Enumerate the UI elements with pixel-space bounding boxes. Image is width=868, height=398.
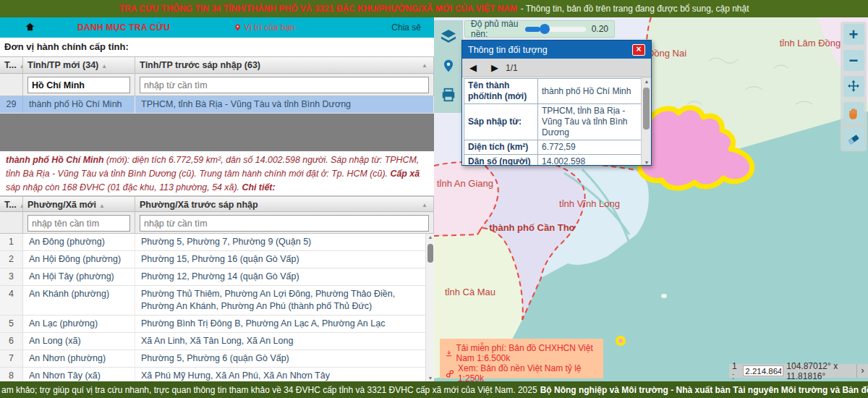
table-row[interactable]: 7 An Nhơn (phường) Phường 5, Phường 6 (q… xyxy=(0,350,434,368)
selected-island-con-dao[interactable] xyxy=(617,337,624,344)
scroll-up-icon[interactable]: ▲ xyxy=(642,79,651,84)
scrollbar-thumb[interactable] xyxy=(427,244,433,263)
left-panel: Đơn vị hành chính cấp tỉnh: T...▲ Tỉnh/T… xyxy=(0,38,434,381)
link-icon xyxy=(446,369,454,378)
table-row[interactable]: 1 An Đông (phường) Phường 5, Phường 7, P… xyxy=(0,234,434,251)
opacity-slider-handle[interactable] xyxy=(540,24,550,34)
table-row[interactable]: 8 An Nhơn Tây (xã) Xã Phú Mỹ Hưng, Xã An… xyxy=(0,368,434,381)
location-marker-button[interactable] xyxy=(439,56,458,75)
footer-publisher: Bộ Nông nghiệp và Môi trường - Nhà xuất … xyxy=(540,385,868,395)
share-button[interactable]: Chia sẻ xyxy=(391,22,421,33)
map-canvas[interactable]: tỉnh Lâm Đồng Đồng Nai tỉnh An Giang tỉn… xyxy=(434,17,868,381)
column-header-index[interactable]: T...▲ xyxy=(0,197,23,211)
popup-title: Thông tin đối tượng xyxy=(468,45,548,55)
feature-info-popup: Thông tin đối tượng × ◀ ▶ 1/1 Tên thành … xyxy=(461,40,652,166)
home-icon xyxy=(25,22,35,32)
map-controls: + − xyxy=(841,22,867,151)
view-basemap-link[interactable]: Xem: Bản đồ nền Việt Nam tỷ lệ 1:250k xyxy=(446,363,597,381)
popup-attribute-row: Dân số (người) 14.002.598 xyxy=(464,155,642,166)
pan-button[interactable] xyxy=(843,76,864,97)
nav-item-location[interactable]: Vị trí của bạn xyxy=(234,22,295,33)
eraser-icon xyxy=(846,132,861,146)
scroll-down-icon[interactable]: ▼ xyxy=(426,376,434,381)
scale-input[interactable] xyxy=(743,365,783,376)
column-header-old-province[interactable]: Tỉnh/TP trước sáp nhập (63)▲ xyxy=(135,57,434,73)
ward-old-filter-input[interactable] xyxy=(140,215,429,232)
zoom-in-button[interactable]: + xyxy=(843,24,864,45)
nav-item-danh-muc[interactable]: DANH MỤC TRA CỨU xyxy=(77,22,170,33)
layers-icon xyxy=(440,28,457,46)
map-label-vinh-long: tỉnh Vĩnh Long xyxy=(559,198,620,209)
pager-next-button[interactable]: ▶ xyxy=(484,62,506,73)
pan-arrows-icon xyxy=(846,80,861,94)
download-free-link[interactable]: Tải miễn phí: Bản đồ CHXHCN Việt Nam 1:6… xyxy=(446,343,597,363)
province-old-filter-input[interactable] xyxy=(140,77,429,93)
app-window: TRA CỨU THÔNG TIN 34 TỈNH/THÀNH PHỐ VÀ 3… xyxy=(0,0,868,398)
opacity-slider-track[interactable] xyxy=(525,27,586,32)
map-label-ca-mau: tỉnh Cà Mau xyxy=(445,287,495,297)
ward-rows: 1 An Đông (phường) Phường 5, Phường 7, P… xyxy=(0,234,434,381)
opacity-slider-value: 0.20 xyxy=(592,24,608,34)
popup-attribute-row: Sáp nhập từ: TPHCM, tỉnh Bà Rịa - Vũng T… xyxy=(464,104,642,140)
ward-table: T...▲ Phường/Xã mới▲ Phường/Xã trước sáp… xyxy=(0,195,434,381)
download-icon xyxy=(446,349,453,358)
popup-scrollbar[interactable]: ▲ ▼ xyxy=(641,77,651,166)
footer-text: am khảo; trợ giúp quí vị tra cứu nhanh, … xyxy=(1,385,537,395)
column-header-new-province[interactable]: Tỉnh/TP mới (34)▲ xyxy=(23,57,135,73)
popup-pager: ◀ ▶ 1/1 xyxy=(462,59,651,77)
pager-count: 1/1 xyxy=(506,63,518,73)
province-table-header: T...▲ Tỉnh/TP mới (34)▲ Tỉnh/TP trước sá… xyxy=(0,56,434,74)
scroll-up-icon[interactable]: ▲ xyxy=(426,234,434,240)
column-header-new-ward[interactable]: Phường/Xã mới▲ xyxy=(23,197,135,211)
popup-body: Tên thành phố/tỉnh (mới) thành phố Hồ Ch… xyxy=(462,77,651,166)
popup-header[interactable]: Thông tin đối tượng × xyxy=(462,41,651,59)
table-row[interactable]: 4 An Khánh (phường) Phường Thủ Thiêm, Ph… xyxy=(0,286,434,316)
sort-icon: ▲ xyxy=(422,62,427,69)
opacity-slider-fill xyxy=(525,27,541,32)
cursor-coordinates: 104.87012° x 11.81816° xyxy=(786,361,865,381)
scale-prefix: 1 : xyxy=(732,361,740,381)
layers-button[interactable] xyxy=(439,27,458,46)
column-header-old-ward[interactable]: Phường/Xã trước sáp nhập▲ xyxy=(135,197,434,211)
close-button[interactable]: × xyxy=(632,44,645,56)
download-links-box: Tải miễn phí: Bản đồ CHXHCN Việt Nam 1:6… xyxy=(440,339,603,378)
hand-tool-button[interactable] xyxy=(843,102,864,123)
table-row[interactable]: 5 An Lạc (phường) Phường Bình Trị Đông B… xyxy=(0,316,434,333)
eraser-button[interactable] xyxy=(843,128,864,149)
location-pin-icon xyxy=(442,58,455,74)
table-row[interactable]: 2 An Hội Đông (phường) Phường 15, Phường… xyxy=(0,251,434,268)
page-subtitle: - Thông tin, bản đồ trên trang đang được… xyxy=(521,4,749,14)
printer-icon xyxy=(440,87,457,103)
province-new-filter-input[interactable] xyxy=(27,77,130,93)
scroll-down-icon[interactable]: ▼ xyxy=(642,160,651,165)
table-row[interactable]: 3 An Hội Tây (phường) Phường 12, Phường … xyxy=(0,268,434,286)
opacity-slider-label: Độ phủ màu nền: xyxy=(471,19,519,39)
home-button[interactable] xyxy=(25,22,35,34)
ward-filter-row xyxy=(0,212,434,234)
map-label-lam-dong: tỉnh Lâm Đồng xyxy=(780,38,841,48)
basemap-opacity-control: Độ phủ màu nền: 0.20 xyxy=(464,20,615,38)
sort-icon: ▲ xyxy=(99,203,105,209)
zoom-out-button[interactable]: − xyxy=(843,50,864,71)
print-button[interactable] xyxy=(439,85,458,104)
column-header-index[interactable]: T...▲ xyxy=(0,57,23,73)
province-table: T...▲ Tỉnh/TP mới (34)▲ Tỉnh/TP trước sá… xyxy=(0,56,434,151)
ward-table-scrollbar[interactable]: ▲ ▼ xyxy=(425,234,434,381)
page-title: TRA CỨU THÔNG TIN 34 TỈNH/THÀNH PHỐ VÀ 3… xyxy=(119,4,516,14)
ward-new-filter-input[interactable] xyxy=(27,215,130,232)
map-tool-strip xyxy=(434,20,463,113)
province-row-selected[interactable]: 29 thành phố Hồ Chí Minh TPHCM, tỉnh Bà … xyxy=(0,96,434,114)
sort-icon: ▲ xyxy=(422,202,427,208)
map-label-an-giang: tỉnh An Giang xyxy=(437,178,493,189)
pager-prev-button[interactable]: ◀ xyxy=(462,62,484,73)
scrollbar-thumb[interactable] xyxy=(643,88,650,130)
popup-attribute-rows: Tên thành phố/tỉnh (mới) thành phố Hồ Ch… xyxy=(464,79,642,166)
scalebar-expand-button[interactable]: › xyxy=(856,364,868,378)
footer-bar: am khảo; trợ giúp quí vị tra cứu nhanh, … xyxy=(0,381,868,398)
table-row[interactable]: 6 An Long (xã) Xã An Linh, Xã Tân Long, … xyxy=(0,333,434,350)
top-bar: TRA CỨU THÔNG TIN 34 TỈNH/THÀNH PHỐ VÀ 3… xyxy=(0,0,868,17)
nav-bar: DANH MỤC TRA CỨU Vị trí của bạn Chia sẻ xyxy=(0,17,434,38)
popup-attribute-row: Tên thành phố/tỉnh (mới) thành phố Hồ Ch… xyxy=(464,79,642,104)
sort-icon: ▲ xyxy=(101,63,107,69)
province-filter-row xyxy=(0,74,434,96)
